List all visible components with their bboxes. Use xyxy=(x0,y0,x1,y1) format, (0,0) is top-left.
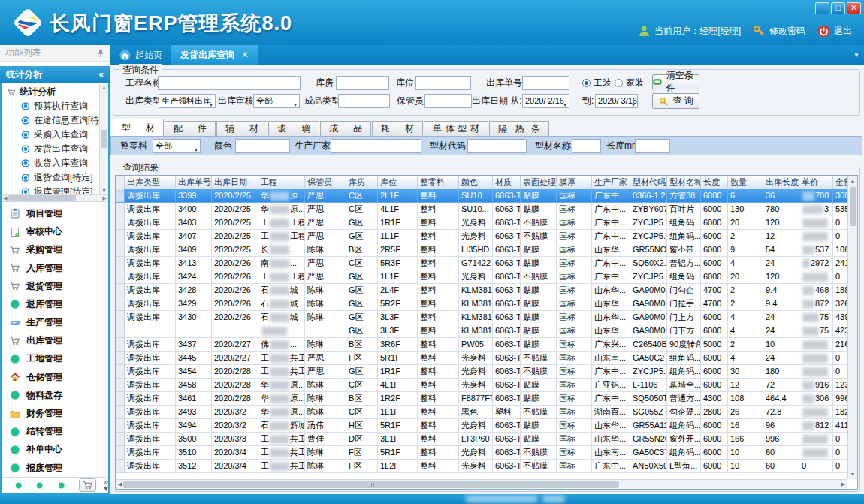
sidebar-item-5[interactable]: 退库管理 xyxy=(2,295,108,313)
material-tab-3[interactable]: 玻璃 xyxy=(268,121,319,136)
table-row[interactable]: 调拨出库34002020/2/25华原...严思C区4L1F整料SU10...6… xyxy=(116,203,857,216)
material-tab-6[interactable]: 单体型材 xyxy=(424,121,488,136)
sidebar-item-11[interactable]: 财务管理 xyxy=(2,404,108,422)
maximize-button[interactable]: □ xyxy=(831,2,845,14)
scroll-thumb[interactable] xyxy=(123,481,619,488)
scroll-up-icon[interactable]: ▲ xyxy=(101,85,107,90)
query-field2-0-select[interactable]: 生产领料出库▼ xyxy=(159,94,216,108)
sidebar-item-12[interactable]: 结转管理 xyxy=(2,423,108,441)
table-row[interactable]: 调拨出库35002020/3/3工共工程曹佳D区3L1F整料LT3P606063… xyxy=(116,433,857,446)
query-field-3-input[interactable] xyxy=(522,76,569,90)
scroll-right-icon[interactable]: ▶ xyxy=(103,195,107,201)
grid-header-0[interactable]: 出库类型 xyxy=(125,176,176,189)
grid-header-6[interactable]: 库位 xyxy=(378,176,418,189)
table-row[interactable]: 调拨出库34372020/2/27佛...陈琳B区3R6F整料PW056063-… xyxy=(116,338,857,352)
material-tab-7[interactable]: 隔热条 xyxy=(489,121,549,136)
tree-root-statistics[interactable]: 统计分析 xyxy=(2,85,108,99)
tree-vertical-scrollbar[interactable]: ▲ ▼ xyxy=(99,84,108,194)
subfilter-5-input[interactable] xyxy=(635,139,670,153)
query-field-1-input[interactable] xyxy=(336,76,389,90)
sidebar-item-8[interactable]: 工地管理 xyxy=(2,350,108,368)
cart-module-button[interactable] xyxy=(79,478,96,492)
tree-item-2[interactable]: 采购入库查询 xyxy=(2,128,108,142)
sidebar-item-3[interactable]: 入库管理 xyxy=(2,259,108,277)
sidebar-item-10[interactable]: 物料盘存 xyxy=(2,386,108,404)
module-dot-icon[interactable] xyxy=(36,481,43,490)
grid-header-2[interactable]: 出库日期 xyxy=(212,176,258,189)
tree-item-3[interactable]: 发货出库查询 xyxy=(2,142,108,156)
table-row[interactable]: 调拨出库34582020/2/28华原...陈琳C区4L1F整料光身料6063-… xyxy=(116,379,857,392)
grid-header-4[interactable]: 保管员 xyxy=(305,176,346,189)
sidebar-item-7[interactable]: 出库管理 xyxy=(2,332,108,350)
clear-conditions-button[interactable]: 清空条件 xyxy=(652,74,699,89)
tree-item-4[interactable]: 收货入库查询 xyxy=(2,156,108,171)
minimize-button[interactable]: ─ xyxy=(815,2,829,14)
scroll-left-icon[interactable]: ◀ xyxy=(118,481,122,487)
grid-header-10[interactable]: 表面处理 xyxy=(521,176,557,189)
tab-close-icon[interactable]: ✕ xyxy=(241,50,249,60)
grid-header-16[interactable]: 数量 xyxy=(728,176,763,189)
grid-header-17[interactable]: 出库长度 xyxy=(763,176,799,189)
subfilter-4-input[interactable] xyxy=(572,139,601,153)
pin-icon[interactable] xyxy=(97,49,104,58)
query-field2-1-select[interactable]: 全部▼ xyxy=(253,94,300,108)
grid-header-12[interactable]: 生产厂家 xyxy=(592,176,630,189)
table-row[interactable]: 调拨出库34132020/2/26南...严思C区5R3F整料G71422606… xyxy=(116,257,857,270)
overflow-chevron[interactable]: »▾ xyxy=(104,478,108,492)
subfilter-1-input[interactable] xyxy=(235,139,290,153)
radio-0[interactable]: 工装 xyxy=(582,76,612,90)
scroll-thumb[interactable] xyxy=(8,195,76,201)
table-row[interactable]: 调拨出库34302020/2/26石城陈琳G区3L3F整料KLM38176063… xyxy=(116,311,857,324)
table-row[interactable]: 调拨出库33992020/2/25华原...严思C区2L1F整料SU10...6… xyxy=(116,189,857,203)
subfilter-3-input[interactable] xyxy=(467,139,527,153)
table-row[interactable]: 调拨出库34032020/2/25工工程严思G区1R1F整料光身料6063-T5… xyxy=(116,216,857,230)
grid-header-15[interactable]: 长度 xyxy=(701,176,728,189)
sidebar-item-2[interactable]: 采购管理 xyxy=(2,241,108,259)
material-tab-5[interactable]: 耗材 xyxy=(372,121,423,136)
table-row[interactable]: 调拨出库34282020/2/26石城陈琳G区2L4F整料KLM38176063… xyxy=(116,284,857,297)
search-button[interactable]: 查 询 xyxy=(652,93,699,109)
table-row[interactable]: 调拨出库34942020/3/2石辉城汤伟H区5R1F整料光身料6063-T5贴… xyxy=(116,419,857,433)
module-dot-icon[interactable] xyxy=(58,481,65,490)
grid-header-3[interactable]: 工程 xyxy=(258,176,305,189)
sidebar-item-1[interactable]: 审核中心 xyxy=(2,223,108,241)
subfilter-0-select[interactable]: 全部▼ xyxy=(153,139,201,153)
sidebar-item-0[interactable]: 项目管理 xyxy=(2,204,108,222)
close-button[interactable]: ✕ xyxy=(847,2,861,14)
scroll-up-icon[interactable]: ▲ xyxy=(850,176,856,186)
tab-list-caret-icon[interactable]: ▼ xyxy=(853,52,859,59)
query-field2-5-select[interactable]: 2020/ 3/16▼ xyxy=(595,94,638,108)
scroll-thumb[interactable] xyxy=(101,130,107,148)
table-row[interactable]: G区3L3F整料KLM38176063-T5贴膜国标山东华...GA90M09.… xyxy=(116,324,857,338)
sidebar-item-6[interactable]: 生产管理 xyxy=(2,314,108,332)
query-field-0-input[interactable] xyxy=(158,76,301,90)
grid-header-8[interactable]: 颜色 xyxy=(459,176,493,189)
material-tab-4[interactable]: 成品 xyxy=(320,121,371,136)
logout-link[interactable]: 退出 xyxy=(834,25,852,38)
table-row[interactable]: 调拨出库34092020/2/25长...陈琳B区2R5F整料LI35HD606… xyxy=(116,243,857,257)
table-row[interactable]: 调拨出库35102020/3/4工共工程陈琳F区5R1F整料光身料6063-T5… xyxy=(116,446,857,460)
scroll-down-icon[interactable]: ▼ xyxy=(101,188,107,193)
tab-0[interactable]: 起始页 xyxy=(110,45,171,65)
tree-item-5[interactable]: 退货查询[待定] xyxy=(2,171,108,185)
tree-item-0[interactable]: 预算执行查询 xyxy=(2,99,108,113)
table-row[interactable]: 调拨出库34452020/2/27工共工程严思F区5R1F整料光身料6063-T… xyxy=(116,352,857,365)
table-row[interactable]: 调拨出库34932020/3/2华原...陈琳C区1L1F整料黑色塑料不贴膜国标… xyxy=(116,406,857,419)
material-tab-2[interactable]: 辅材 xyxy=(216,121,267,136)
grid-header-5[interactable]: 库房 xyxy=(346,176,378,189)
material-tab-1[interactable]: 配件 xyxy=(165,121,216,136)
tree-horizontal-scrollbar[interactable]: ◀ ▶ xyxy=(2,194,108,202)
tab-1[interactable]: 发货出库查询✕ xyxy=(171,45,258,65)
query-field2-2-input[interactable] xyxy=(338,94,390,108)
subfilter-2-input[interactable] xyxy=(331,139,421,153)
scroll-thumb[interactable] xyxy=(850,187,856,226)
collapse-icon[interactable]: « xyxy=(98,69,104,80)
sidebar-item-4[interactable]: 退货管理 xyxy=(2,277,108,295)
table-row[interactable]: 调拨出库34542020/2/28工共工程严思G区1R1F整料光身料6063-T… xyxy=(116,365,857,379)
sidebar-group-header[interactable]: 统计分析 « xyxy=(0,66,110,83)
material-tab-0[interactable]: 型材 xyxy=(113,119,164,136)
grid-horizontal-scrollbar[interactable]: ◀ ▶ xyxy=(116,479,847,489)
scroll-down-icon[interactable]: ▼ xyxy=(850,469,856,479)
grid-header-13[interactable]: 型材代码 xyxy=(630,176,667,189)
scroll-left-icon[interactable]: ◀ xyxy=(3,195,7,201)
